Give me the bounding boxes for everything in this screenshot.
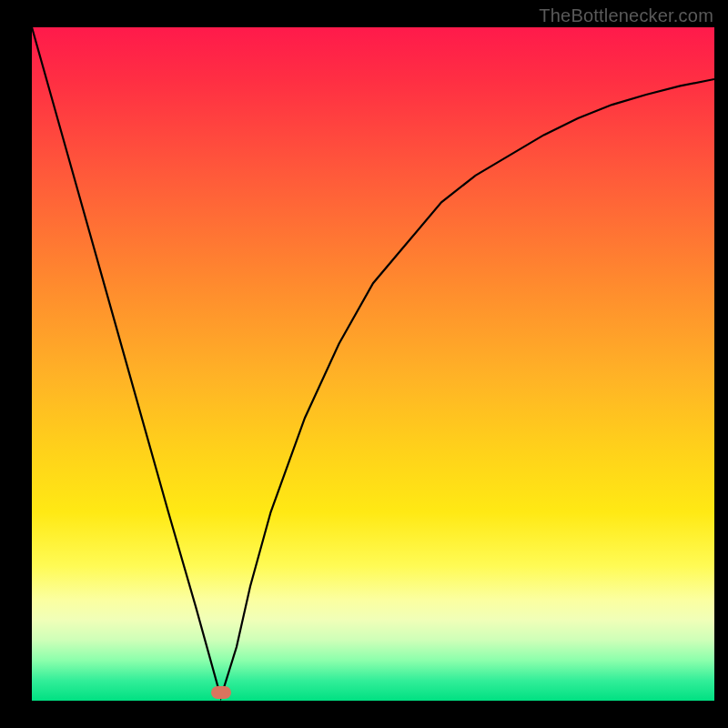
watermark-text: TheBottlenecker.com — [539, 5, 713, 26]
chart-frame: TheBottlenecker.com — [0, 0, 728, 728]
bottleneck-curve — [32, 27, 714, 701]
curve-line — [32, 27, 714, 697]
optimal-point-marker — [211, 686, 231, 699]
plot-area — [32, 27, 714, 701]
